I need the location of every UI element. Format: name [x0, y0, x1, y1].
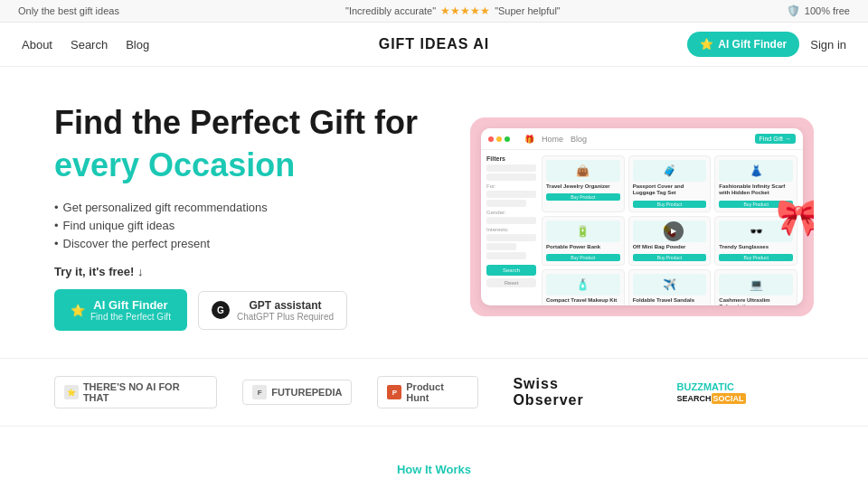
top-bar: Only the best gift ideas "Incredibly acc… — [0, 0, 868, 23]
product-card-8: ✈️ Foldable Travel Sandals Buy Product — [628, 269, 712, 305]
nav-ai-gift-label: AI Gift Finder — [718, 38, 787, 51]
dot-yellow — [496, 136, 502, 142]
product-img-9: 💻 — [719, 274, 793, 296]
product-btn-5[interactable]: Buy Product — [633, 254, 707, 261]
hero-bullet-3: Discover the perfect present — [54, 237, 443, 250]
product-title-7: Compact Travel Makeup Kit — [546, 297, 620, 304]
press-logo-product-hunt: P Product Hunt — [377, 376, 478, 408]
signin-button[interactable]: Sign in — [810, 38, 846, 52]
hero-title-line2: every Occasion — [54, 145, 443, 184]
filter-8 — [486, 252, 526, 259]
app-preview-bar: 🎁 Home Blog Find Gift → — [481, 128, 803, 150]
gift-float-icon: 🎀 — [776, 196, 814, 239]
press-logo-buzzmatic: BUZZMATIC SEARCHSOCIAL — [668, 377, 814, 408]
hero-ai-button-label: AI Gift Finder Find the Perfect Gift — [90, 298, 171, 322]
free-label: 100% free — [805, 5, 850, 16]
product-img-5: 💊 ▶ — [633, 221, 707, 242]
theres-no-ai-icon: ⭐ — [64, 385, 79, 399]
press-logo-theres-no-ai: ⭐ THERE'S NO AI FOR THAT — [54, 376, 217, 408]
product-img-8: ✈️ — [633, 274, 707, 296]
nav-links: About Search Blog — [22, 38, 149, 52]
shield-icon: 🛡️ — [787, 5, 800, 17]
brand-name: GIFT IDEAS AI — [379, 36, 490, 52]
dot-green — [505, 136, 510, 142]
star-rating: ★★★★★ — [440, 5, 490, 17]
section-title: What is AI Gift Finder? — [54, 483, 814, 488]
buzzmatic-label: BUZZMATIC SEARCHSOCIAL — [677, 381, 805, 403]
product-btn-4[interactable]: Buy Product — [546, 254, 620, 261]
product-title-6: Trendy Sunglasses — [719, 244, 793, 250]
filter-7 — [486, 243, 516, 250]
product-hunt-icon: P — [387, 385, 401, 399]
nav-blog[interactable]: Blog — [126, 38, 149, 52]
app-products-grid: 👜 Travel Jewelry Organizer Buy Product 🧳… — [542, 155, 797, 300]
nav-actions: ⭐ AI Gift Finder Sign in — [687, 32, 846, 57]
filter-search-btn[interactable]: Search — [486, 265, 536, 276]
video-play-icon[interactable]: ▶ — [664, 221, 684, 241]
window-dots — [488, 136, 510, 142]
star-icon: ⭐ — [700, 38, 713, 51]
nav-ai-gift-button[interactable]: ⭐ AI Gift Finder — [687, 32, 799, 57]
preview-nav: Home Blog — [542, 135, 587, 144]
product-btn-6[interactable]: Buy Product — [719, 254, 793, 261]
nav-about[interactable]: About — [22, 38, 52, 52]
dot-red — [488, 136, 494, 142]
hero-section: Find the Perfect Gift for every Occasion… — [0, 67, 868, 358]
press-theres-no-ai-label: THERE'S NO AI FOR THAT — [83, 381, 207, 403]
press-product-hunt-label: Product Hunt — [406, 381, 468, 403]
nav-search[interactable]: Search — [71, 38, 108, 52]
only-best-label: Only the best gift ideas — [18, 5, 119, 16]
product-img-7: 🧴 — [546, 274, 620, 296]
product-img-4: 🔋 — [546, 221, 620, 242]
app-preview-body: Filters For: Gender: Interests: Search R… — [481, 150, 803, 305]
product-btn-1[interactable]: Buy Product — [546, 193, 620, 201]
filter-2 — [486, 174, 536, 181]
filter-4 — [486, 200, 526, 207]
filters-label: Filters — [486, 155, 536, 162]
product-card-4: 🔋 Portable Power Bank Buy Product — [542, 216, 625, 266]
product-card-9: 💻 Cashmere Ultraslim Subscription Buy Pr… — [714, 269, 797, 305]
ai-gift-finder-button[interactable]: ⭐ AI Gift Finder Find the Perfect Gift — [54, 289, 187, 331]
hero-title-line1: Find the Perfect Gift for — [54, 103, 443, 142]
navbar: About Search Blog GIFT IDEAS AI ⭐ AI Gif… — [0, 23, 868, 67]
top-bar-center: "Incredibly accurate" ★★★★★ "Super helpf… — [345, 5, 561, 17]
product-img-3: 👗 — [719, 160, 793, 182]
product-card-5: 💊 ▶ Off Mini Bag Powder Buy Product — [628, 216, 712, 266]
preview-nav-blog: Blog — [571, 135, 587, 144]
hero-buttons: ⭐ AI Gift Finder Find the Perfect Gift G… — [54, 289, 443, 331]
press-futurepedia-label: FUTUREPEDIA — [271, 387, 342, 398]
super-helpful-label: "Super helpful" — [495, 5, 561, 16]
hero-bullets: Get personalized gift recommendations Fi… — [54, 201, 443, 250]
product-title-9: Cashmere Ultraslim Subscription — [719, 297, 793, 305]
star-icon: ⭐ — [71, 304, 85, 317]
press-bar: ⭐ THERE'S NO AI FOR THAT F FUTUREPEDIA P… — [0, 358, 868, 427]
product-title-2: Passport Cover and Luggage Tag Set — [633, 183, 707, 196]
filter-3 — [486, 191, 536, 198]
filter-6 — [486, 234, 536, 241]
product-title-1: Travel Jewelry Organizer — [546, 183, 620, 190]
section-label: How It Works — [54, 463, 814, 476]
product-title-8: Foldable Travel Sandals — [633, 297, 707, 304]
product-card-1: 👜 Travel Jewelry Organizer Buy Product — [542, 155, 625, 211]
hero-bullet-1: Get personalized gift recommendations — [54, 201, 443, 214]
product-btn-2[interactable]: Buy Product — [633, 201, 707, 208]
app-filters: Filters For: Gender: Interests: Search R… — [486, 155, 536, 300]
hero-cta-text: Try it, it's free! ↓ — [54, 265, 443, 278]
gpt-logo-icon: G — [212, 301, 230, 319]
product-card-2: 🧳 Passport Cover and Luggage Tag Set Buy… — [628, 155, 712, 211]
preview-nav-home: Home — [542, 135, 563, 144]
product-card-7: 🧴 Compact Travel Makeup Kit Buy Product — [542, 269, 625, 305]
gpt-assistant-button[interactable]: G GPT assistant ChatGPT Plus Required — [198, 291, 347, 330]
preview-logo: 🎁 — [524, 135, 534, 144]
press-logo-swiss-observer: Swiss Observer — [504, 371, 642, 413]
filter-1 — [486, 164, 536, 172]
swiss-observer-label: Swiss Observer — [513, 376, 633, 408]
filter-reset-btn[interactable]: Reset — [486, 278, 536, 287]
press-logo-futurepedia: F FUTUREPEDIA — [242, 380, 352, 405]
top-bar-left: Only the best gift ideas — [18, 5, 119, 16]
gpt-button-text: GPT assistant ChatGPT Plus Required — [237, 299, 334, 322]
product-img-1: 👜 — [546, 160, 620, 182]
product-title-4: Portable Power Bank — [546, 244, 620, 250]
product-title-5: Off Mini Bag Powder — [633, 244, 707, 250]
top-bar-right: 🛡️ 100% free — [787, 5, 850, 17]
